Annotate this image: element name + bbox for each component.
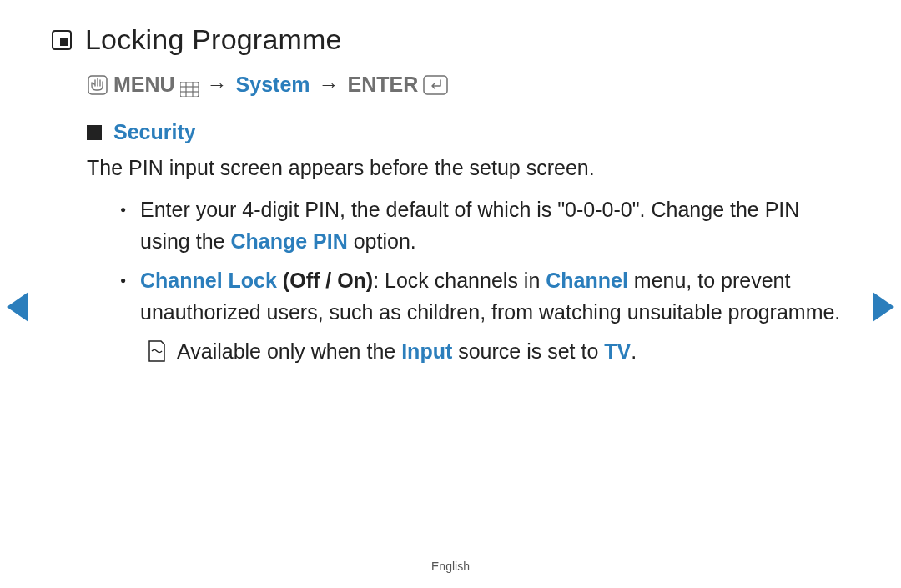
bullet-list: Enter your 4-digit PIN, the default of w… <box>117 194 851 328</box>
svg-rect-1 <box>60 38 68 46</box>
channel-lock-text-1: : Lock channels in <box>373 269 546 292</box>
footer-language: English <box>0 560 901 573</box>
bullet-pin-text-post: option. <box>348 229 416 253</box>
nav-prev-arrow-icon[interactable] <box>7 292 28 322</box>
note: Available only when the Input source is … <box>147 336 851 368</box>
breadcrumb-arrow-2: → <box>315 73 343 97</box>
input-label: Input <box>401 339 452 363</box>
section-description: The PIN input screen appears before the … <box>87 153 851 183</box>
note-text-end: . <box>631 339 637 363</box>
channel-label: Channel <box>546 269 628 292</box>
breadcrumb-arrow-1: → <box>204 73 231 97</box>
note-text-pre: Available only when the <box>177 339 401 363</box>
svg-rect-8 <box>424 76 447 94</box>
notebook-icon <box>50 28 73 52</box>
enter-icon <box>423 75 448 95</box>
enter-label: ENTER <box>348 73 419 97</box>
off-on-label: (Off / On) <box>277 269 373 292</box>
bullet-channel-lock: Channel Lock (Off / On): Lock channels i… <box>117 265 851 328</box>
page-title-row: Locking Programme <box>50 23 851 56</box>
channel-lock-label: Channel Lock <box>140 269 277 292</box>
breadcrumb: MENU → System → ENTER <box>87 73 851 97</box>
menu-label: MENU <box>113 73 175 97</box>
page-title: Locking Programme <box>85 23 342 56</box>
tv-label: TV <box>604 339 631 363</box>
nav-next-arrow-icon[interactable] <box>873 292 894 322</box>
section-title: Security <box>113 120 196 144</box>
note-text-mid: source is set to <box>452 339 604 363</box>
section-security: Security The PIN input screen appears be… <box>87 120 851 368</box>
bullet-pin: Enter your 4-digit PIN, the default of w… <box>117 194 851 257</box>
section-header: Security <box>87 120 851 144</box>
change-pin-label: Change PIN <box>230 229 347 253</box>
menu-grid-icon <box>180 78 199 93</box>
note-text: Available only when the Input source is … <box>177 336 637 368</box>
page: Locking Programme MENU → System → ENTER <box>0 0 901 368</box>
square-bullet-icon <box>87 125 102 140</box>
hand-icon <box>87 74 108 96</box>
note-icon <box>147 339 167 363</box>
svg-rect-3 <box>180 82 199 97</box>
breadcrumb-system: System <box>236 73 310 97</box>
